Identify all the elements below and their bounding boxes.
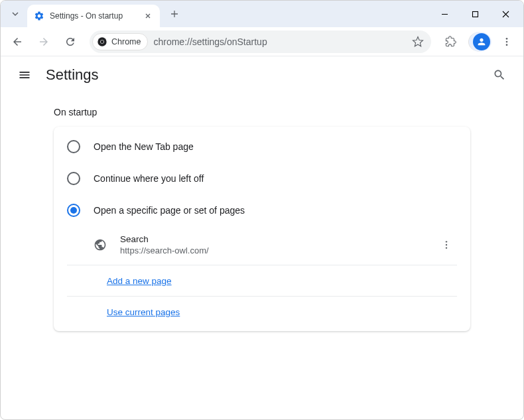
minimize-icon [441, 11, 448, 18]
use-current-link[interactable]: Use current pages [107, 307, 180, 317]
radio-label: Continue where you left off [94, 173, 204, 184]
tab-search-button[interactable] [7, 6, 23, 22]
radio-icon [67, 172, 80, 185]
maximize-button[interactable] [460, 1, 490, 27]
chrome-menu-button[interactable] [495, 31, 518, 53]
search-icon [493, 68, 506, 82]
tab-title: Settings - On startup [50, 11, 137, 21]
window-titlebar: Settings - On startup [1, 1, 523, 27]
avatar-icon [473, 33, 490, 50]
hamburger-icon [18, 68, 31, 82]
radio-icon [67, 140, 80, 153]
radio-label: Open the New Tab page [94, 141, 194, 152]
radio-label: Open a specific page or set of pages [94, 205, 245, 216]
dots-vertical-icon [501, 36, 512, 47]
page-info: Search https://search-owl.com/ [120, 234, 423, 255]
new-tab-button[interactable] [165, 5, 184, 23]
star-icon [412, 36, 424, 48]
add-page-row: Add a new page [67, 265, 457, 297]
chrome-logo-icon [97, 36, 107, 47]
close-window-button[interactable] [490, 1, 521, 27]
page-url: https://search-owl.com/ [120, 245, 423, 255]
svg-point-5 [506, 40, 508, 42]
reload-icon [64, 36, 76, 48]
arrow-right-icon [38, 36, 50, 48]
address-bar[interactable]: Chrome chrome://settings/onStartup [90, 31, 431, 53]
radio-icon [67, 204, 80, 217]
browser-toolbar: Chrome chrome://settings/onStartup [1, 27, 523, 56]
search-settings-button[interactable] [486, 62, 513, 88]
extensions-icon [445, 36, 456, 47]
minimize-button[interactable] [429, 1, 460, 27]
page-title: Settings [46, 66, 99, 84]
chevron-down-icon [11, 10, 19, 18]
back-button[interactable] [6, 31, 29, 53]
option-new-tab[interactable]: Open the New Tab page [54, 131, 470, 163]
tab-close-button[interactable] [143, 11, 153, 21]
page-actions-button[interactable] [436, 234, 457, 255]
arrow-left-icon [11, 36, 23, 48]
profile-button[interactable] [468, 32, 491, 52]
svg-point-3 [101, 40, 103, 42]
svg-point-6 [506, 44, 508, 46]
svg-point-7 [446, 241, 447, 242]
startup-card: Open the New Tab page Continue where you… [54, 127, 470, 331]
page-name: Search [120, 234, 423, 244]
close-icon [502, 11, 509, 18]
window-controls [429, 1, 521, 27]
svg-point-9 [446, 247, 447, 248]
option-specific-pages[interactable]: Open a specific page or set of pages [54, 194, 470, 226]
plus-icon [170, 10, 178, 18]
browser-tab[interactable]: Settings - On startup [27, 5, 160, 27]
option-continue[interactable]: Continue where you left off [54, 163, 470, 194]
forward-button[interactable] [33, 31, 55, 53]
url-text: chrome://settings/onStartup [153, 36, 403, 47]
add-page-link[interactable]: Add a new page [107, 276, 172, 286]
globe-icon [94, 238, 107, 251]
svg-point-8 [446, 244, 447, 245]
bookmark-button[interactable] [409, 33, 427, 51]
maximize-icon [472, 11, 479, 18]
site-chip-label: Chrome [111, 37, 141, 46]
startup-page-row: Search https://search-owl.com/ [67, 226, 457, 265]
settings-gear-icon [34, 11, 44, 21]
close-icon [145, 13, 151, 19]
startup-pages-list: Search https://search-owl.com/ Add a new… [54, 226, 470, 327]
svg-point-4 [506, 38, 508, 40]
dots-vertical-icon [441, 240, 452, 250]
section-title: On startup [54, 107, 470, 117]
settings-menu-button[interactable] [11, 62, 38, 88]
settings-content: On startup Open the New Tab page Continu… [1, 94, 523, 344]
reload-button[interactable] [59, 31, 82, 53]
svg-rect-0 [472, 11, 478, 17]
site-info-chip[interactable]: Chrome [92, 33, 148, 50]
use-current-row: Use current pages [67, 297, 457, 327]
settings-header: Settings [1, 56, 523, 94]
extensions-button[interactable] [439, 31, 462, 53]
